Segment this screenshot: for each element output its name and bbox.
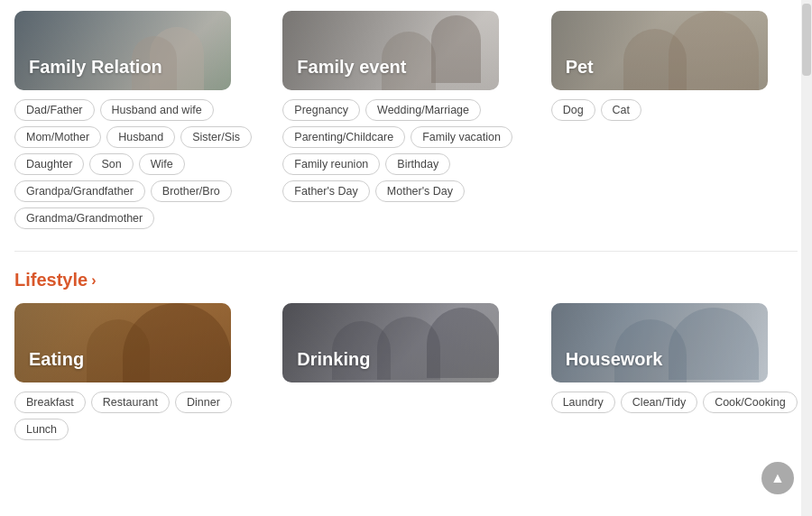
drinking-card[interactable]: Drinking bbox=[282, 303, 499, 382]
tag-laundry[interactable]: Laundry bbox=[551, 392, 615, 413]
tag-family-reunion[interactable]: Family reunion bbox=[282, 153, 380, 175]
tag-breakfast[interactable]: Breakfast bbox=[14, 392, 86, 413]
back-to-top-button[interactable]: ▲ bbox=[761, 462, 794, 494]
tag-dad-father[interactable]: Dad/Father bbox=[14, 99, 95, 121]
lifestyle-categories: Eating Breakfast Restaurant Dinner Lunch bbox=[14, 303, 798, 440]
back-to-top-icon: ▲ bbox=[770, 470, 785, 486]
housework-card[interactable]: Housework bbox=[551, 303, 768, 382]
eating-tags: Breakfast Restaurant Dinner Lunch bbox=[14, 392, 261, 440]
eating-label: Eating bbox=[29, 349, 84, 370]
family-relation-card[interactable]: Family Relation bbox=[14, 11, 231, 90]
tag-dog[interactable]: Dog bbox=[551, 99, 595, 121]
eating-column: Eating Breakfast Restaurant Dinner Lunch bbox=[14, 303, 261, 440]
family-relation-label: Family Relation bbox=[29, 57, 162, 78]
tag-cat[interactable]: Cat bbox=[601, 99, 641, 121]
family-relation-column: Family Relation Dad/Father Husband and w… bbox=[14, 11, 261, 229]
tag-mothers-day[interactable]: Mother's Day bbox=[375, 180, 465, 202]
tag-son[interactable]: Son bbox=[89, 153, 133, 175]
tag-brother-bro[interactable]: Brother/Bro bbox=[151, 180, 232, 202]
family-relation-tags: Dad/Father Husband and wife Mom/Mother H… bbox=[14, 99, 261, 229]
tag-cook-cooking[interactable]: Cook/Cooking bbox=[703, 392, 798, 413]
tag-husband-and-wife[interactable]: Husband and wife bbox=[100, 99, 214, 121]
housework-column: Housework Laundry Clean/Tidy Cook/Cookin… bbox=[551, 303, 798, 413]
section-divider bbox=[14, 251, 798, 252]
drinking-column: Drinking bbox=[282, 303, 529, 392]
pet-card[interactable]: Pet bbox=[551, 11, 768, 90]
family-event-card[interactable]: Family event bbox=[282, 11, 499, 90]
tag-grandma-grandmother[interactable]: Grandma/Grandmother bbox=[14, 207, 154, 229]
lifestyle-arrow: › bbox=[91, 272, 96, 289]
pet-tags: Dog Cat bbox=[551, 99, 798, 121]
tag-mom-mother[interactable]: Mom/Mother bbox=[14, 126, 101, 148]
tag-daughter[interactable]: Daughter bbox=[14, 153, 84, 175]
tag-wedding-marriage[interactable]: Wedding/Marriage bbox=[365, 99, 481, 121]
lifestyle-header: Lifestyle › bbox=[14, 270, 798, 290]
tag-clean-tidy[interactable]: Clean/Tidy bbox=[621, 392, 697, 413]
family-section: Family Relation Dad/Father Husband and w… bbox=[14, 11, 798, 229]
tag-parenting-childcare[interactable]: Parenting/Childcare bbox=[282, 126, 405, 148]
page-wrapper: Family Relation Dad/Father Husband and w… bbox=[0, 0, 812, 455]
eating-card[interactable]: Eating bbox=[14, 303, 231, 382]
tag-birthday[interactable]: Birthday bbox=[385, 153, 450, 175]
tag-husband[interactable]: Husband bbox=[106, 126, 175, 148]
lifestyle-section: Lifestyle › Eating Breakfast Restaurant bbox=[14, 270, 798, 440]
tag-fathers-day[interactable]: Father's Day bbox=[282, 180, 369, 202]
tag-pregnancy[interactable]: Pregnancy bbox=[282, 99, 360, 121]
tag-dinner[interactable]: Dinner bbox=[175, 392, 232, 413]
family-event-label: Family event bbox=[297, 57, 406, 78]
housework-tags: Laundry Clean/Tidy Cook/Cooking bbox=[551, 392, 798, 413]
pet-column: Pet Dog Cat bbox=[551, 11, 798, 121]
lifestyle-title: Lifestyle bbox=[14, 270, 88, 290]
tag-lunch[interactable]: Lunch bbox=[14, 419, 69, 440]
family-event-tags: Pregnancy Wedding/Marriage Parenting/Chi… bbox=[282, 99, 529, 202]
tag-grandpa-grandfather[interactable]: Grandpa/Grandfather bbox=[14, 180, 145, 202]
tag-restaurant[interactable]: Restaurant bbox=[91, 392, 170, 413]
tag-sister-sis[interactable]: Sister/Sis bbox=[180, 126, 252, 148]
pet-label: Pet bbox=[566, 57, 594, 78]
tag-family-vacation[interactable]: Family vacation bbox=[411, 126, 512, 148]
housework-label: Housework bbox=[566, 349, 663, 370]
family-event-column: Family event Pregnancy Wedding/Marriage … bbox=[282, 11, 529, 202]
drinking-label: Drinking bbox=[297, 349, 370, 370]
tag-wife[interactable]: Wife bbox=[139, 153, 185, 175]
